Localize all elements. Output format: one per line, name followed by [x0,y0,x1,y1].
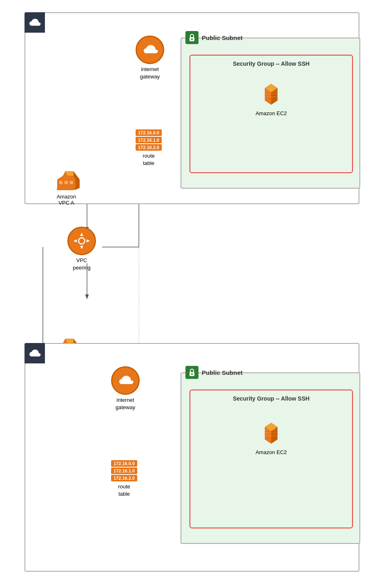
svg-point-33 [78,238,85,244]
route-table-a-label: routetable [143,152,155,167]
svg-marker-34 [80,233,83,236]
svg-point-38 [79,238,85,244]
route-a-2: 172.16.1.0 [136,137,162,143]
route-table-a-container: 172.16.0.0 172.16.1.0 172.16.2.0 routeta… [136,129,162,167]
igw-cloud-icon-a [141,42,159,57]
subnet-header-b: Public Subnet [185,366,243,379]
ec2-icon-area-b: Amazon EC2 [190,419,352,455]
route-a-1: 172.16.0.0 [136,129,162,136]
vpc-a-building-icon [53,167,80,192]
vpc-peering-label: VPCpeering [73,257,90,272]
cloud-icon-a [28,17,41,28]
sg-box-a: Security Group -- Allow SSH [190,55,353,173]
route-b-3: 172.16.2.0 [111,475,137,481]
vpc-b-header-icon [25,343,45,363]
svg-point-13 [191,38,193,40]
sg-a-label-text: Security Group -- Allow SSH [233,60,310,67]
lock-icon-b [188,368,196,376]
subnet-header-a: Public Subnet [185,31,243,44]
route-table-b: 172.16.0.0 172.16.1.0 172.16.2.0 [111,460,137,481]
route-a-3: 172.16.2.0 [136,144,162,151]
ec2-icon-area-a: Amazon EC2 [190,80,352,116]
subnet-b-label: Public Subnet [202,369,243,376]
sg-box-b: Security Group -- Allow SSH Amazon E [190,390,353,528]
route-b-2: 172.16.1.0 [111,468,137,474]
ec2-svg-a [257,80,285,109]
ec2-a-label: Amazon EC2 [256,110,287,116]
sg-b-label: Security Group -- Allow SSH [190,395,352,402]
igw-a-label: internetgateway [140,66,160,80]
sg-b-label-text: Security Group -- Allow SSH [233,395,310,402]
igw-b-container: internetgateway [111,366,140,411]
subnet-lock-icon-b [185,366,198,379]
vpc-peering-container: VPCpeering [67,227,96,272]
vpc-a-label: AmazonVPC A [57,194,76,206]
route-table-a: 172.16.0.0 172.16.1.0 172.16.2.0 [136,129,162,151]
svg-point-48 [191,373,193,375]
route-table-b-container: 172.16.0.0 172.16.1.0 172.16.2.0 routeta… [111,460,137,498]
igw-cloud-icon-b [116,373,134,388]
route-b-1: 172.16.0.0 [111,460,137,467]
svg-rect-27 [65,181,68,184]
svg-rect-26 [59,181,62,184]
vpc-peering-icon [67,227,96,255]
route-table-b-label: routetable [118,483,130,498]
subnet-box-a: Public Subnet Security Group -- Allow SS… [181,38,360,189]
peering-arrows-icon [73,232,91,250]
main-canvas: Public Subnet Security Group -- Allow SS… [0,0,388,588]
sg-a-label: Security Group -- Allow SSH [190,60,352,67]
subnet-box-b: Public Subnet Security Group -- Allow SS… [181,372,360,544]
ec2-b-label: Amazon EC2 [256,449,287,455]
igw-a-icon [136,36,164,64]
vpc-a-header-icon [25,12,45,33]
subnet-a-label: Public Subnet [202,34,243,41]
svg-rect-28 [70,181,73,184]
lock-icon-a [188,33,196,42]
ec2-svg-b [257,419,285,448]
svg-marker-35 [80,246,83,249]
cloud-icon-b [28,347,41,359]
svg-marker-36 [74,239,77,243]
vpc-a-icon-area: AmazonVPC A [53,167,80,206]
vpc-b-box: Public Subnet Security Group -- Allow SS… [25,343,359,572]
svg-marker-37 [87,239,89,243]
igw-b-icon [111,366,140,395]
igw-a-container: internetgateway [136,36,164,80]
igw-b-label: internetgateway [116,396,135,411]
subnet-lock-icon-a [185,31,198,44]
